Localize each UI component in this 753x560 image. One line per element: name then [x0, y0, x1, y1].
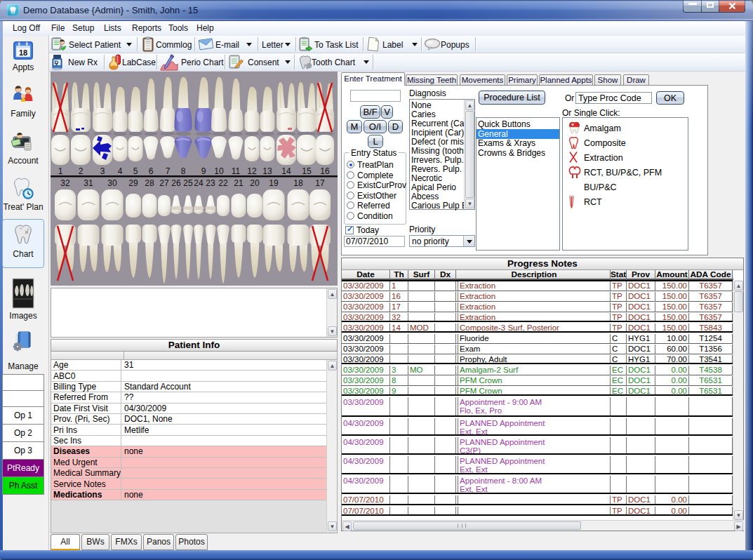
svg-text:15: 15 [302, 166, 312, 176]
svg-text:9: 9 [201, 166, 206, 176]
svg-text:32: 32 [60, 178, 70, 188]
svg-text:17: 17 [315, 178, 325, 188]
svg-text:10: 10 [214, 166, 224, 176]
svg-text:13: 13 [262, 166, 272, 176]
svg-text:1: 1 [58, 166, 63, 176]
svg-text:16: 16 [320, 166, 330, 176]
svg-text:6: 6 [149, 166, 154, 176]
svg-text:25: 25 [183, 178, 193, 188]
svg-text:29: 29 [128, 178, 138, 188]
svg-text:26: 26 [171, 178, 181, 188]
svg-text:27: 27 [159, 178, 169, 188]
svg-text:22: 22 [218, 178, 228, 188]
svg-text:23: 23 [206, 178, 215, 188]
svg-text:5: 5 [133, 166, 138, 176]
svg-text:8: 8 [181, 166, 186, 176]
svg-text:14: 14 [281, 166, 291, 176]
svg-text:21: 21 [234, 178, 244, 188]
svg-text:20: 20 [250, 178, 260, 188]
svg-text:18: 18 [19, 48, 27, 57]
svg-text:11: 11 [232, 166, 241, 176]
svg-text:3: 3 [100, 166, 105, 176]
svg-text:2: 2 [79, 166, 84, 176]
svg-text:7: 7 [166, 166, 171, 176]
svg-text:18: 18 [293, 178, 303, 188]
svg-text:12: 12 [247, 166, 257, 176]
svg-text:28: 28 [145, 178, 154, 188]
svg-text:4: 4 [118, 166, 123, 176]
svg-text:30: 30 [107, 178, 117, 188]
svg-text:19: 19 [269, 178, 279, 188]
svg-text:31: 31 [84, 178, 93, 188]
svg-text:24: 24 [194, 178, 204, 188]
